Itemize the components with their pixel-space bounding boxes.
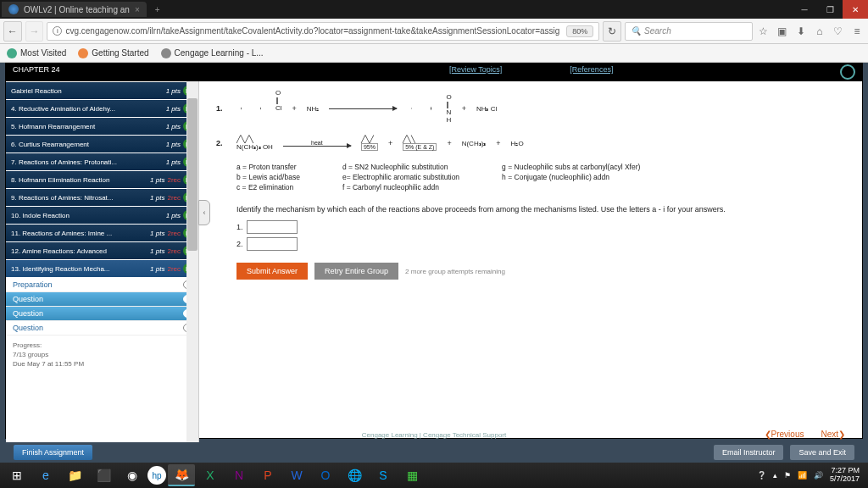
- pocket-icon[interactable]: ▣: [775, 25, 790, 37]
- windows-taskbar: ⊞ e 📁 ⬛ ◉ hp 🦊 X N P W O 🌐 S ▦ ❔ ▴ ⚑ 📶 🔊…: [0, 463, 868, 488]
- grid-icon: [7, 48, 17, 58]
- attempts-remaining: 2 more group attempts remaining: [405, 268, 505, 275]
- sidebar-sub-1[interactable]: Question: [6, 292, 198, 307]
- bookmark-getting-started[interactable]: Getting Started: [78, 48, 148, 58]
- info-icon: i: [53, 26, 62, 36]
- close-button[interactable]: ✕: [843, 0, 868, 19]
- start-button[interactable]: ⊞: [3, 464, 31, 486]
- email-instructor-button[interactable]: Email Instructor: [714, 445, 784, 460]
- forward-button[interactable]: →: [25, 21, 44, 42]
- browser-navbar: ← → i cvg.cengagenow.com/ilrn/takeAssign…: [0, 19, 868, 44]
- references-link[interactable]: [References]: [570, 65, 613, 80]
- taskbar-skype-icon[interactable]: S: [370, 464, 397, 486]
- taskbar-excel-icon[interactable]: X: [197, 464, 224, 486]
- bookmarks-bar: Most Visited Getting Started Cengage Lea…: [0, 44, 868, 63]
- tray-up-icon[interactable]: ▴: [773, 471, 777, 480]
- sidebar-sub-3[interactable]: Question: [6, 321, 198, 336]
- reaction-2: 2. ╱╲╱╲N(CH₃)₃ OH heat ╱╲╱95% + ╱╲╲5% (E…: [216, 136, 845, 151]
- review-topics-link[interactable]: [Review Topics]: [449, 65, 502, 80]
- question-panel: ‹ 1. O‖Cl + NH₂ O‖NH + NH₃ Cl 2. ╱╲╱╲N(C…: [199, 81, 862, 444]
- url-text: cvg.cengagenow.com/ilrn/takeAssignment/t…: [65, 26, 559, 36]
- system-tray[interactable]: ❔ ▴ ⚑ 📶 🔊 7:27 PM5/7/2017: [757, 467, 865, 484]
- sidebar-item-10[interactable]: 13. Identifying Reaction Mecha...1 pts2r…: [6, 260, 198, 277]
- taskbar-store-icon[interactable]: ⬛: [90, 464, 117, 486]
- sidebar-scrollbar[interactable]: [186, 81, 198, 444]
- tab-title: OWLv2 | Online teaching an: [24, 5, 130, 14]
- retry-group-button[interactable]: Retry Entire Group: [314, 263, 398, 280]
- chapter-header: CHAPTER 24 [Review Topics] [References]: [6, 64, 862, 81]
- progress-groups: 7/13 groups: [13, 350, 192, 359]
- sidebar-sub-0[interactable]: Preparation: [6, 278, 198, 292]
- bookmark-star-icon[interactable]: ☆: [756, 25, 771, 37]
- taskbar-ie-icon[interactable]: e: [32, 464, 59, 486]
- window-titlebar: OWLv2 | Online teaching an × + ─ ❐ ✕: [0, 0, 868, 19]
- assignment-footer: Finish Assignment Email Instructor Save …: [5, 442, 863, 463]
- url-bar[interactable]: i cvg.cengagenow.com/ilrn/takeAssignment…: [47, 22, 599, 41]
- new-tab-button[interactable]: +: [147, 5, 169, 14]
- sidebar-item-3[interactable]: 6. Curtius Rearrangement1 ptsM: [6, 136, 198, 152]
- home-icon[interactable]: ⌂: [812, 25, 827, 37]
- maximize-button[interactable]: ❐: [817, 0, 843, 19]
- sidebar-item-8[interactable]: 11. Reactions of Amines: Imine ...1 pts2…: [6, 225, 198, 241]
- sidebar-item-5[interactable]: 8. Hofmann Elimination Reaction1 pts2rec…: [6, 171, 198, 188]
- tray-volume-icon[interactable]: 🔊: [814, 471, 823, 480]
- reaction-1: 1. O‖Cl + NH₂ O‖NH + NH₃ Cl: [216, 93, 845, 124]
- sidebar-item-4[interactable]: 7. Reactions of Amines: Protonati...1 pt…: [6, 153, 198, 170]
- tray-flag-icon[interactable]: ⚑: [784, 471, 791, 480]
- finish-assignment-button[interactable]: Finish Assignment: [14, 445, 92, 460]
- answer-2-input[interactable]: [247, 237, 298, 251]
- search-bar[interactable]: 🔍 Search: [625, 22, 752, 41]
- globe-icon: [161, 48, 171, 58]
- tray-network-icon[interactable]: 📶: [798, 471, 807, 480]
- back-button[interactable]: ←: [3, 21, 22, 42]
- tray-help-icon[interactable]: ❔: [757, 471, 766, 480]
- submit-answer-button[interactable]: Submit Answer: [236, 263, 308, 280]
- question-instruction: Identify the mechanism by which each of …: [236, 205, 845, 214]
- progress-title: Progress:: [13, 341, 192, 350]
- taskbar-onenote-icon[interactable]: N: [225, 464, 253, 486]
- save-exit-button[interactable]: Save and Exit: [790, 445, 854, 460]
- assignment-frame: CHAPTER 24 [Review Topics] [References] …: [5, 63, 863, 439]
- bookmark-most-visited[interactable]: Most Visited: [7, 48, 66, 58]
- chapter-label: CHAPTER 24: [13, 65, 195, 80]
- tab-close-icon[interactable]: ×: [135, 5, 140, 14]
- taskbar-powerpoint-icon[interactable]: P: [254, 464, 281, 486]
- sidebar-item-0[interactable]: Gabriel Reaction1 ptsM: [6, 82, 198, 99]
- taskbar-calc-icon[interactable]: ▦: [398, 464, 426, 486]
- reload-button[interactable]: ↻: [603, 21, 621, 42]
- sidebar-item-7[interactable]: 10. Indole Reaction1 ptsM: [6, 207, 198, 224]
- taskbar-outlook-icon[interactable]: O: [312, 464, 339, 486]
- shield-icon[interactable]: ♡: [831, 25, 846, 37]
- sidebar-item-1[interactable]: 4. Reductive Amination of Aldehy...1 pts…: [6, 100, 198, 117]
- taskbar-explorer-icon[interactable]: 📁: [61, 464, 88, 486]
- mechanism-legend: a = Proton transferb = Lewis acid/basec …: [236, 163, 845, 193]
- firefox-icon: [78, 48, 88, 58]
- owl-icon: [8, 4, 19, 14]
- refresh-icon[interactable]: [840, 64, 855, 80]
- search-placeholder: Search: [644, 26, 671, 36]
- taskbar-firefox-icon[interactable]: 🦊: [168, 464, 195, 486]
- answer-1-input[interactable]: [247, 220, 298, 234]
- progress-due: Due May 7 at 11:55 PM: [13, 359, 192, 369]
- menu-icon[interactable]: ≡: [849, 25, 865, 37]
- zoom-level[interactable]: 80%: [566, 25, 593, 37]
- bookmark-cengage[interactable]: Cengage Learning - L...: [161, 48, 264, 58]
- taskbar-obs-icon[interactable]: ◉: [119, 464, 146, 486]
- footer-credit: Cengage Learning | Cengage Technical Sup…: [0, 431, 868, 439]
- progress-box: Progress: 7/13 groups Due May 7 at 11:55…: [6, 336, 198, 374]
- sidebar-sub-2[interactable]: Question: [6, 307, 198, 321]
- taskbar-word-icon[interactable]: W: [283, 464, 310, 486]
- question-sidebar: Gabriel Reaction1 ptsM4. Reductive Amina…: [6, 81, 199, 444]
- taskbar-chrome-icon[interactable]: 🌐: [341, 464, 368, 486]
- expand-sidebar-tab[interactable]: ‹: [198, 200, 210, 225]
- search-icon: 🔍: [631, 26, 641, 36]
- tray-clock[interactable]: 7:27 PM5/7/2017: [830, 467, 860, 484]
- sidebar-item-6[interactable]: 9. Reactions of Amines: Nitrosat...1 pts…: [6, 189, 198, 206]
- minimize-button[interactable]: ─: [792, 0, 817, 19]
- sidebar-item-2[interactable]: 5. Hofmann Rearrangement1 ptsM: [6, 118, 198, 135]
- downloads-icon[interactable]: ⬇: [793, 25, 809, 37]
- taskbar-hp-icon[interactable]: hp: [147, 466, 166, 485]
- sidebar-item-9[interactable]: 12. Amine Reactions: Advanced1 pts2recM: [6, 242, 198, 259]
- browser-tab[interactable]: OWLv2 | Online teaching an ×: [2, 2, 147, 17]
